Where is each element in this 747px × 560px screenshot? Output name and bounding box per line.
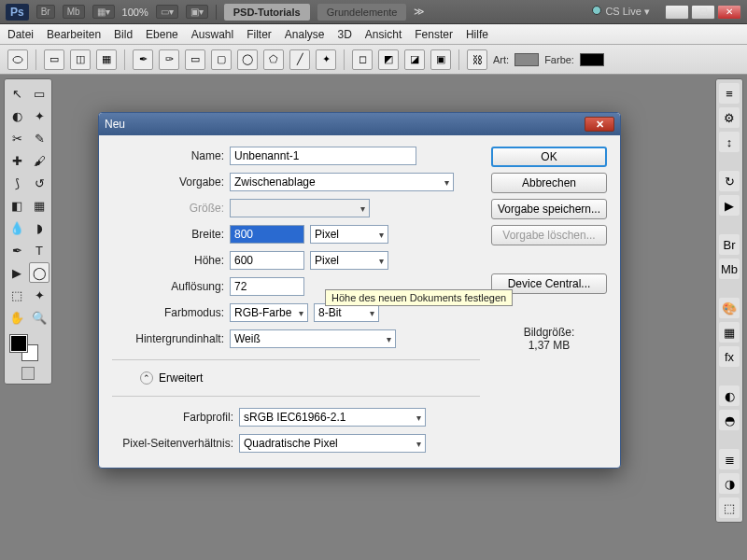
eyedropper-tool-icon[interactable]: ✎ — [29, 128, 49, 148]
stamp-tool-icon[interactable]: ⟆ — [7, 173, 27, 193]
window-maximize[interactable]: ☐ — [691, 5, 715, 20]
menu-filter[interactable]: Filter — [247, 28, 272, 41]
arrange-docs-icon[interactable]: ▭▾ — [156, 5, 178, 19]
resolution-input[interactable] — [230, 277, 304, 296]
panel-styles-icon[interactable]: fx — [719, 346, 740, 367]
menu-analyse[interactable]: Analyse — [285, 28, 325, 41]
panel-icon-1[interactable]: ≡ — [719, 83, 740, 104]
dodge-tool-icon[interactable]: ◗ — [29, 217, 49, 238]
color-swatches[interactable] — [7, 333, 49, 363]
polygon-icon[interactable]: ⬠ — [263, 49, 284, 70]
panel-adjust-icon[interactable]: ◐ — [719, 385, 740, 406]
bgcontent-dropdown[interactable]: Weiß — [230, 329, 396, 348]
menu-ansicht[interactable]: Ansicht — [365, 28, 402, 41]
zoom-tool-icon[interactable]: 🔍 — [29, 307, 49, 328]
window-close[interactable]: ✕ — [717, 5, 741, 20]
line-icon[interactable]: ╱ — [289, 49, 310, 70]
panel-icon-3[interactable]: ↕ — [719, 132, 740, 152]
panel-icon-5[interactable]: ▶ — [719, 195, 740, 216]
height-unit-dropdown[interactable]: Pixel — [310, 251, 388, 270]
view-extras-icon[interactable]: ▦▾ — [92, 5, 115, 19]
color-swatch[interactable] — [580, 53, 604, 66]
width-unit-dropdown[interactable]: Pixel — [310, 225, 388, 244]
wand-tool-icon[interactable]: ✦ — [29, 105, 49, 126]
ellipse-icon[interactable]: ◯ — [237, 49, 258, 70]
workspace-tab[interactable]: Grundelemente — [317, 4, 407, 21]
window-minimize[interactable]: — — [665, 5, 689, 20]
pixelaspect-dropdown[interactable]: Quadratische Pixel — [239, 434, 426, 453]
link-icon[interactable]: ⛓ — [467, 49, 487, 70]
crop-tool-icon[interactable]: ✂ — [7, 128, 27, 148]
dialog-close-button[interactable]: ✕ — [585, 117, 614, 132]
pathop-1-icon[interactable]: ◻ — [352, 49, 373, 70]
name-input[interactable] — [230, 147, 416, 165]
panel-icon-2[interactable]: ⚙ — [719, 107, 740, 128]
marquee-tool-icon[interactable]: ▭ — [29, 83, 49, 104]
quickmask-icon[interactable] — [21, 367, 35, 380]
menu-bearbeiten[interactable]: Bearbeiten — [47, 28, 101, 41]
menu-bild[interactable]: Bild — [114, 28, 133, 41]
colorprofile-dropdown[interactable]: sRGB IEC61966-2.1 — [239, 408, 426, 427]
ok-button[interactable]: OK — [491, 147, 607, 167]
eraser-tool-icon[interactable]: ◧ — [7, 195, 27, 216]
width-input[interactable] — [230, 225, 304, 244]
lasso-tool-icon[interactable]: ◐ — [7, 105, 27, 126]
menu-datei[interactable]: Datei — [7, 28, 34, 41]
3d-cam-icon[interactable]: ✦ — [29, 285, 49, 305]
screen-mode-icon[interactable]: ▣▾ — [186, 5, 208, 19]
more-workspaces-icon[interactable]: ≫ — [414, 6, 425, 18]
path-select-icon[interactable]: ▶ — [7, 262, 27, 283]
cancel-button[interactable]: Abbrechen — [491, 173, 607, 193]
save-preset-button[interactable]: Vorgabe speichern... — [491, 199, 607, 219]
hand-tool-icon[interactable]: ✋ — [7, 307, 27, 328]
3d-tool-icon[interactable]: ⬚ — [7, 285, 27, 305]
style-swatch[interactable] — [514, 53, 539, 66]
gradient-tool-icon[interactable]: ▦ — [29, 195, 49, 216]
freeform-pen-icon[interactable]: ✑ — [159, 49, 179, 70]
panel-masks-icon[interactable]: ◓ — [719, 410, 740, 430]
panel-paths-icon[interactable]: ⬚ — [719, 497, 740, 518]
preset-dropdown[interactable]: Zwischenablage — [230, 173, 454, 191]
zoom-level[interactable]: 100% — [122, 7, 148, 18]
pathop-4-icon[interactable]: ▣ — [430, 49, 451, 70]
shape-layers-icon[interactable]: ▭ — [44, 49, 64, 70]
pen-icon[interactable]: ✒ — [133, 49, 153, 70]
advanced-toggle[interactable]: ⌃ Erweitert — [140, 371, 480, 385]
foreground-color[interactable] — [10, 335, 27, 352]
panel-icon-mb[interactable]: Mb — [719, 259, 740, 279]
bitdepth-dropdown[interactable]: 8-Bit — [314, 303, 379, 322]
panel-icon-br[interactable]: Br — [719, 234, 740, 255]
blur-tool-icon[interactable]: 💧 — [7, 217, 27, 238]
panel-color-icon[interactable]: 🎨 — [719, 298, 740, 318]
menu-3d[interactable]: 3D — [338, 28, 352, 41]
custom-shape-icon[interactable]: ✦ — [316, 49, 336, 70]
dialog-titlebar[interactable]: Neu ✕ — [99, 113, 620, 135]
cslive-button[interactable]: CS Live ▾ — [592, 6, 650, 18]
move-tool-icon[interactable]: ↖ — [7, 83, 27, 104]
type-tool-icon[interactable]: T — [29, 240, 49, 260]
panel-layers-icon[interactable]: ≣ — [719, 449, 740, 469]
pathop-3-icon[interactable]: ◪ — [404, 49, 425, 70]
panel-swatches-icon[interactable]: ▦ — [719, 322, 740, 343]
paths-icon[interactable]: ◫ — [70, 49, 91, 70]
menu-fenster[interactable]: Fenster — [415, 28, 453, 41]
panel-icon-4[interactable]: ↻ — [719, 171, 740, 191]
menu-ebene[interactable]: Ebene — [146, 28, 178, 41]
rounded-rect-icon[interactable]: ▢ — [211, 49, 232, 70]
panel-channels-icon[interactable]: ◑ — [719, 473, 740, 494]
menu-auswahl[interactable]: Auswahl — [191, 28, 233, 41]
colormode-dropdown[interactable]: RGB-Farbe — [230, 303, 308, 322]
workspace-tab-active[interactable]: PSD-Tutorials — [224, 4, 310, 21]
rectangle-icon[interactable]: ▭ — [185, 49, 205, 70]
menu-hilfe[interactable]: Hilfe — [466, 28, 488, 41]
pen-tool-icon[interactable]: ✒ — [7, 240, 27, 260]
healing-tool-icon[interactable]: ✚ — [7, 150, 27, 171]
pathop-2-icon[interactable]: ◩ — [378, 49, 399, 70]
history-brush-icon[interactable]: ↺ — [29, 173, 49, 193]
brush-tool-icon[interactable]: 🖌 — [29, 150, 49, 171]
minibridge-icon[interactable]: Mb — [63, 5, 85, 19]
height-input[interactable] — [230, 251, 304, 270]
current-tool-icon[interactable] — [7, 49, 28, 70]
shape-tool-icon[interactable]: ◯ — [29, 262, 49, 283]
bridge-icon[interactable]: Br — [36, 5, 55, 19]
